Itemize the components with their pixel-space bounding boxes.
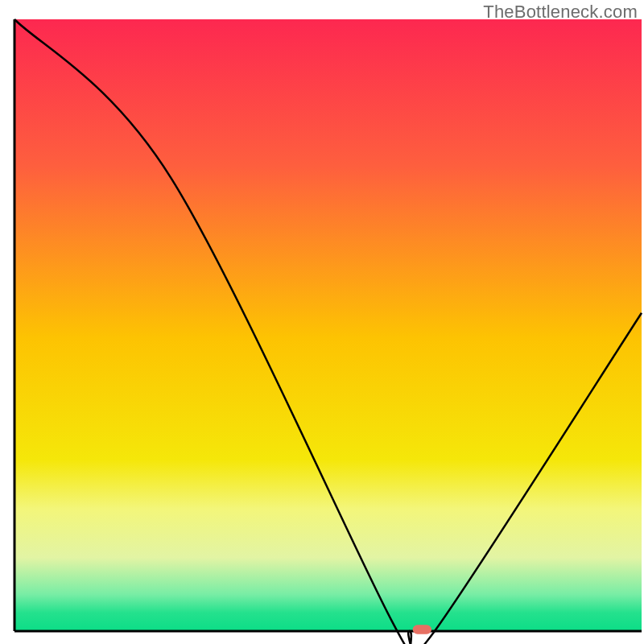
optimum-marker — [413, 625, 431, 634]
bottleneck-chart — [0, 0, 644, 644]
chart-frame: TheBottleneck.com — [0, 0, 644, 644]
plot-background — [14, 19, 642, 631]
